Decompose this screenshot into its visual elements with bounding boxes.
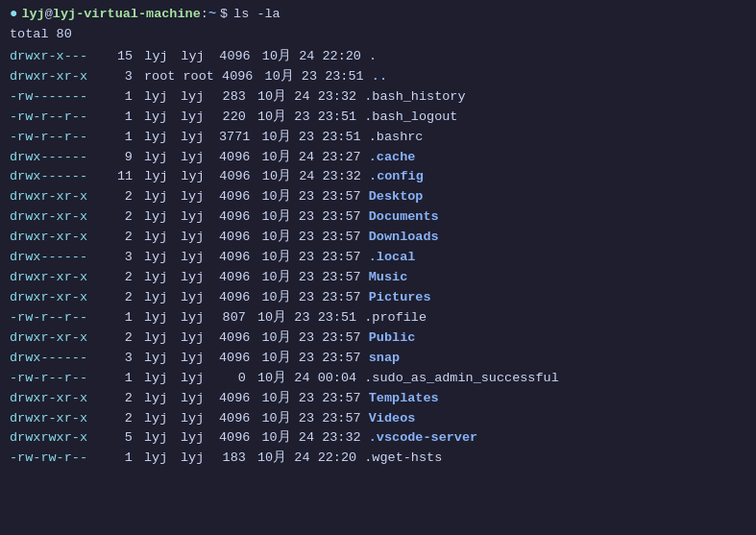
file-name: Music	[369, 268, 408, 288]
file-month: 10月	[262, 248, 299, 268]
file-name: Pictures	[369, 288, 431, 308]
file-time: 23:57	[322, 207, 369, 228]
file-perms: drwxr-x---	[10, 47, 117, 67]
file-name: .vscode-server	[369, 428, 477, 449]
file-month: 10月	[262, 349, 299, 369]
file-name: .bash_history	[364, 87, 465, 108]
file-user: lyj	[144, 167, 181, 187]
file-links: 1	[117, 128, 140, 148]
file-links: 2	[117, 187, 140, 207]
file-links: 11	[117, 167, 140, 187]
file-name: .local	[369, 248, 416, 268]
file-group: lyj	[181, 207, 219, 228]
file-perms: drwxr-xr-x	[10, 67, 117, 87]
file-time: 23:51	[325, 67, 372, 87]
file-day: 24	[299, 148, 322, 168]
file-size: 4096	[219, 428, 258, 449]
file-perms: drwx------	[10, 148, 117, 168]
file-group: root	[183, 67, 223, 87]
file-month: 10月	[262, 328, 299, 349]
file-perms: drwx------	[10, 167, 117, 187]
file-user: lyj	[144, 409, 181, 429]
file-day: 23	[299, 248, 322, 268]
file-perms: drwx------	[10, 248, 117, 268]
file-time: 23:57	[322, 248, 369, 268]
file-name: Public	[369, 328, 416, 349]
file-month: 10月	[257, 369, 294, 389]
file-user: lyj	[144, 128, 181, 148]
prompt-dot-icon: ●	[10, 6, 17, 21]
file-links: 2	[117, 228, 140, 248]
file-name: .profile	[364, 308, 427, 328]
file-time: 23:57	[322, 349, 369, 369]
file-user: lyj	[144, 268, 181, 288]
file-name: Templates	[369, 389, 439, 409]
file-links: 2	[117, 268, 140, 288]
file-links: 1	[117, 308, 140, 328]
file-time: 23:57	[322, 268, 369, 288]
file-size: 4096	[219, 207, 258, 228]
file-user: lyj	[144, 449, 181, 469]
file-links: 3	[117, 349, 140, 369]
file-time: 23:57	[322, 288, 369, 308]
file-month: 10月	[257, 87, 294, 108]
file-month: 10月	[262, 128, 299, 148]
file-size: 4096	[219, 228, 258, 248]
file-group: lyj	[181, 228, 219, 248]
file-user: root	[144, 67, 183, 87]
file-name: .	[369, 47, 377, 67]
file-group: lyj	[181, 389, 219, 409]
file-time: 23:57	[322, 228, 369, 248]
prompt-path: ~	[208, 7, 216, 21]
file-time: 23:27	[322, 148, 369, 168]
file-time: 22:20	[318, 449, 365, 469]
file-time: 23:57	[322, 389, 369, 409]
file-time: 22:20	[322, 47, 369, 67]
file-size: 807	[219, 308, 254, 328]
file-day: 23	[294, 108, 317, 128]
file-day: 24	[294, 449, 317, 469]
file-name: snap	[369, 349, 400, 369]
file-name: .bashrc	[369, 128, 424, 148]
table-row: drwxr-xr-x 2 lyj lyj 4096 10月 23 23:57 D…	[10, 207, 746, 228]
table-row: drwxr-xr-x 2 lyj lyj 4096 10月 23 23:57 D…	[10, 187, 746, 207]
file-size: 283	[219, 87, 254, 108]
file-day: 23	[299, 268, 322, 288]
file-user: lyj	[144, 207, 181, 228]
file-links: 2	[117, 288, 140, 308]
file-user: lyj	[144, 349, 181, 369]
file-perms: drwxr-xr-x	[10, 228, 117, 248]
file-day: 23	[299, 409, 322, 429]
file-day: 23	[294, 308, 317, 328]
table-row: drwxr-xr-x 2 lyj lyj 4096 10月 23 23:57 M…	[10, 268, 746, 288]
file-links: 2	[117, 409, 140, 429]
file-name: .wget-hsts	[364, 449, 442, 469]
file-time: 23:51	[318, 108, 365, 128]
file-day: 23	[302, 67, 325, 87]
table-row: drwxr-xr-x 2 lyj lyj 4096 10月 23 23:57 P…	[10, 288, 746, 308]
file-links: 1	[117, 108, 140, 128]
prompt-user: lyj	[21, 7, 44, 21]
file-day: 23	[299, 187, 322, 207]
file-group: lyj	[181, 87, 219, 108]
file-month: 10月	[262, 167, 299, 187]
file-day: 23	[299, 389, 322, 409]
file-group: lyj	[181, 167, 219, 187]
file-links: 3	[117, 67, 140, 87]
file-user: lyj	[144, 87, 181, 108]
file-day: 23	[299, 288, 322, 308]
file-group: lyj	[181, 308, 219, 328]
table-row: drwxr-xr-x 2 lyj lyj 4096 10月 23 23:57 P…	[10, 328, 746, 349]
file-time: 00:04	[318, 369, 365, 389]
file-day: 24	[299, 167, 322, 187]
file-month: 10月	[262, 268, 299, 288]
terminal-window: ● lyj @ lyj-virtual-machine : ~ $ ls -la…	[10, 6, 746, 469]
file-group: lyj	[181, 328, 219, 349]
file-size: 220	[219, 108, 254, 128]
file-perms: drwxr-xr-x	[10, 389, 117, 409]
file-name: Desktop	[369, 187, 424, 207]
table-row: drwx------ 3 lyj lyj 4096 10月 23 23:57 .…	[10, 248, 746, 268]
file-listing: drwxr-x--- 15 lyj lyj 4096 10月 24 22:20 …	[10, 47, 746, 469]
file-group: lyj	[181, 369, 219, 389]
file-group: lyj	[181, 248, 219, 268]
